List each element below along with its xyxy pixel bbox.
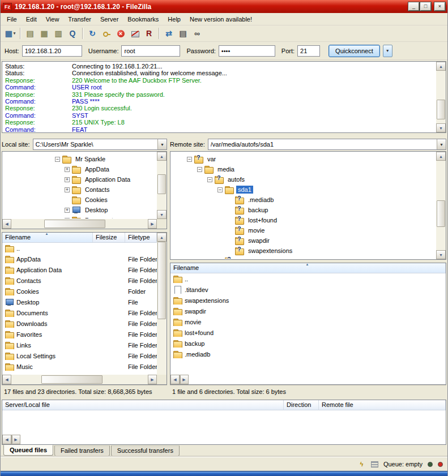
menu-item-view[interactable]: View <box>41 14 64 24</box>
menu-item-new-version-available[interactable]: New version available! <box>185 14 257 24</box>
remote-tree-item-sda1[interactable]: −sda1 <box>171 185 436 195</box>
scroll-thumb[interactable] <box>157 242 166 319</box>
quickconnect-button[interactable]: Quickconnect <box>328 45 380 57</box>
remote-list-hscrollbar[interactable]: ◀▶ <box>170 375 189 384</box>
remote-file-row-mediadb[interactable]: .mediadb <box>170 349 446 359</box>
remote-tree-item-swapextensions[interactable]: ?swapextensions <box>171 246 436 256</box>
tree-expander-icon[interactable]: − <box>217 187 223 192</box>
local-list-vscrollbar[interactable]: ▲▼ <box>157 233 167 384</box>
local-site-combo[interactable]: ▼ <box>33 139 167 150</box>
scroll-thumb[interactable] <box>41 375 103 384</box>
scroll-arrow-left-icon[interactable]: ◀ <box>2 219 11 229</box>
remote-file-row-backup[interactable]: backup <box>170 338 446 349</box>
combo-dropdown-icon[interactable]: ▼ <box>157 139 167 149</box>
remote-tree-vscrollbar[interactable]: ▲▼ <box>436 152 446 259</box>
queue-hscrollbar[interactable]: ◀▶ <box>2 435 20 444</box>
scroll-arrow-left-icon[interactable]: ◀ <box>2 375 11 384</box>
cancel-icon[interactable] <box>114 27 127 40</box>
menu-item-server[interactable]: Server <box>96 14 123 24</box>
tree-expander-icon[interactable]: − <box>207 177 212 182</box>
queue-column-direction[interactable]: Direction <box>284 400 319 410</box>
menu-item-bookmarks[interactable]: Bookmarks <box>123 14 163 24</box>
remote-file-row-lost-found[interactable]: lost+found <box>170 327 446 338</box>
scroll-track[interactable] <box>436 161 446 250</box>
local-file-row-favorites[interactable]: FavoritesFile Folder <box>2 329 157 340</box>
close-button[interactable]: × <box>434 2 445 11</box>
scroll-thumb[interactable] <box>180 375 181 384</box>
site-manager-icon[interactable]: ▦▾ <box>3 27 17 40</box>
local-tree-item-desktop[interactable]: +Desktop <box>3 205 156 215</box>
password-input[interactable] <box>219 45 275 57</box>
queue-toggle-icon[interactable]: Q <box>66 27 79 40</box>
reconnect-icon[interactable]: R <box>142 27 156 40</box>
remote-site-input[interactable] <box>208 139 437 149</box>
column-header-filename[interactable]: ▲Filename <box>2 233 93 242</box>
local-tree-item-cookies[interactable]: Cookies <box>3 195 156 205</box>
scroll-track[interactable] <box>157 242 167 375</box>
tree-expander-icon[interactable]: + <box>65 167 70 172</box>
local-tree-item-documents[interactable]: +Documents <box>3 215 156 218</box>
local-tree-item-appdata[interactable]: +AppData <box>3 164 156 174</box>
scroll-arrow-left-icon[interactable]: ◀ <box>170 375 180 384</box>
tree-expander-icon[interactable]: + <box>65 177 70 182</box>
disconnect-icon[interactable] <box>128 27 142 40</box>
directory-comparison-icon[interactable]: ▤ <box>176 27 190 40</box>
remote-tree-item-mediadb[interactable]: ?.mediadb <box>171 195 436 205</box>
refresh-icon[interactable]: ↻ <box>86 27 99 40</box>
scroll-arrow-up-icon[interactable]: ▲ <box>436 62 446 71</box>
local-file-row-local-settings[interactable]: Local SettingsFile Folder <box>2 350 157 361</box>
remote-file-row-item[interactable]: .. <box>170 273 446 284</box>
log-scrollbar[interactable]: ▲▼ <box>436 62 446 132</box>
column-header-filesize[interactable]: Filesize <box>93 233 125 242</box>
tab-successful-transfers[interactable]: Successful transfers <box>111 445 180 456</box>
local-tree-item-application-data[interactable]: +Application Data <box>3 174 156 185</box>
tab-queued-files[interactable]: Queued files <box>3 445 53 456</box>
speed-limit-icon[interactable]: ϟ <box>357 460 366 468</box>
scroll-thumb[interactable] <box>157 174 166 194</box>
remote-file-row-swapdir[interactable]: swapdir <box>170 306 446 316</box>
scroll-arrow-right-icon[interactable]: ▶ <box>180 375 189 384</box>
tree-expander-icon[interactable]: − <box>55 157 60 162</box>
maximize-button[interactable]: □ <box>420 2 431 11</box>
scroll-track[interactable] <box>11 375 148 384</box>
remote-tree-item-swapdir[interactable]: ?swapdir <box>171 235 436 246</box>
scroll-arrow-up-icon[interactable]: ▲ <box>436 152 446 161</box>
local-file-row-contacts[interactable]: ContactsFile Folder <box>2 275 157 286</box>
local-tree-hscrollbar[interactable]: ◀▶ <box>2 219 157 229</box>
local-tree-vscrollbar[interactable]: ▲▼ <box>157 152 167 219</box>
local-list-hscrollbar[interactable]: ◀▶ <box>2 375 157 384</box>
tree-expander-icon[interactable]: + <box>65 218 70 219</box>
scroll-arrow-down-icon[interactable]: ▼ <box>157 210 167 219</box>
scroll-arrow-right-icon[interactable]: ▶ <box>148 219 157 229</box>
username-input[interactable] <box>121 45 180 57</box>
port-input[interactable] <box>297 45 320 57</box>
scroll-thumb[interactable] <box>11 435 12 444</box>
minimize-button[interactable]: _ <box>408 2 419 11</box>
scroll-arrow-up-icon[interactable]: ▲ <box>157 233 167 242</box>
local-file-row-downloads[interactable]: DownloadsFile Folder <box>2 318 157 329</box>
scroll-arrow-down-icon[interactable]: ▼ <box>436 123 446 132</box>
scroll-thumb[interactable] <box>437 100 445 119</box>
message-log-toggle-icon[interactable]: ▤ <box>23 27 37 40</box>
local-tree-item-contacts[interactable]: +Contacts <box>3 185 156 195</box>
remote-file-row-swapextensions[interactable]: swapextensions <box>170 295 446 306</box>
remote-file-row-titandev[interactable]: .titandev <box>170 284 446 295</box>
remote-tree-item-lost-found[interactable]: ?lost+found <box>171 215 436 225</box>
menu-item-edit[interactable]: Edit <box>22 14 41 24</box>
local-tree-toggle-icon[interactable]: ▦ <box>37 27 51 40</box>
tree-expander-icon[interactable]: + <box>65 208 70 213</box>
queue-column-remote-file[interactable]: Remote file <box>319 400 446 410</box>
local-file-row-application-data[interactable]: Application DataFile Folder <box>2 264 157 275</box>
remote-tree-item-dvd[interactable]: +?dvd <box>171 256 436 259</box>
local-file-row-links[interactable]: LinksFile Folder <box>2 340 157 350</box>
scroll-arrow-left-icon[interactable]: ◀ <box>2 435 11 444</box>
scroll-track[interactable] <box>157 161 167 210</box>
scroll-arrow-right-icon[interactable]: ▶ <box>148 375 157 384</box>
queue-column-server-local-file[interactable]: Server/Local file <box>2 400 284 410</box>
local-file-row-desktop[interactable]: DesktopFile <box>2 297 157 307</box>
menu-item-help[interactable]: Help <box>163 14 185 24</box>
local-file-row-item[interactable]: .. <box>2 243 157 254</box>
host-input[interactable] <box>22 45 82 57</box>
directory-listing-filter-icon[interactable] <box>371 461 378 468</box>
menu-item-transfer[interactable]: Transfer <box>63 14 96 24</box>
